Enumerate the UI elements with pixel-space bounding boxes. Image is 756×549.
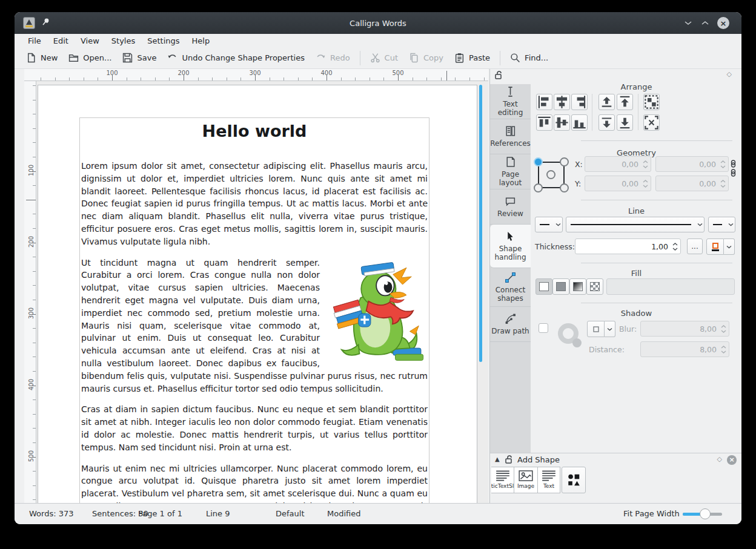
align-top-button[interactable] [536,114,552,131]
tab-review[interactable]: Review [490,189,531,225]
open-button[interactable]: Open... [63,50,117,66]
horizontal-ruler[interactable]: 100 200 300 400 500 [36,69,488,81]
bring-to-front-button[interactable] [617,94,633,110]
fill-none-button[interactable] [536,278,552,295]
anchor-top-right-dot[interactable] [560,157,569,166]
undo-button[interactable]: Undo Change Shape Properties [162,50,310,66]
zoom-mode-dropdown[interactable]: Fit Page Width [623,509,688,518]
vertical-scrollbar[interactable] [479,85,482,362]
menu-styles[interactable]: Styles [105,35,141,47]
spinner-arrows-icon[interactable] [719,325,729,333]
line-join-dropdown[interactable] [708,217,735,232]
align-hcenter-button[interactable] [554,94,570,110]
fill-gradient-button[interactable] [569,278,586,295]
pin-icon[interactable] [41,18,51,27]
y-position-spinbox[interactable]: 0,00 [585,176,651,191]
line-cap-dropdown[interactable] [535,217,563,232]
tab-shape-handling[interactable]: Shape handling [490,225,531,268]
add-shape-lock-icon[interactable] [505,455,513,464]
line-style-dropdown[interactable] [566,217,705,232]
shadow-color-splitbutton[interactable] [587,321,615,337]
align-vcenter-button[interactable] [554,114,570,131]
word-count[interactable]: Words: 373 [29,509,74,518]
shadow-angle-widget[interactable] [558,323,580,345]
docker-lock-icon[interactable] [495,71,503,80]
send-to-back-button[interactable] [617,114,633,131]
minimize-button[interactable] [682,17,694,29]
close-button[interactable]: × [717,17,729,29]
vertical-ruler[interactable]: 100 200 300 400 500 [24,81,36,503]
fill-solid-button[interactable] [552,278,569,295]
chevron-down-icon[interactable] [605,321,615,337]
tab-text-editing[interactable]: Text editing [490,84,531,119]
shape-template-text[interactable]: Text [538,467,560,493]
raise-shape-button[interactable] [598,94,615,110]
copy-button[interactable]: Copy [403,50,449,66]
align-bottom-button[interactable] [571,114,588,131]
tab-page-layout[interactable]: Page layout [490,154,531,189]
group-shapes-button[interactable] [643,94,660,110]
menu-file[interactable]: File [22,35,47,47]
paste-button[interactable]: Paste [449,50,496,66]
line-color-icon[interactable] [706,238,724,255]
fill-color-strip[interactable] [606,278,735,295]
thickness-spinbox[interactable]: 1,00 [575,238,681,254]
spinner-arrows-icon[interactable] [718,160,728,168]
spinner-arrows-icon[interactable] [641,160,651,168]
ungroup-shapes-button[interactable] [643,114,660,131]
height-spinbox[interactable]: 0,00 [655,176,729,191]
redo-button[interactable]: Redo [310,50,356,66]
docker-float-icon[interactable]: ◇ [727,70,732,78]
menu-view[interactable]: View [75,35,105,47]
zoom-slider[interactable] [683,513,722,516]
distance-spinbox[interactable]: 8,00 [640,341,729,357]
anchor-center-dot[interactable] [546,170,555,179]
menu-settings[interactable]: Settings [141,35,185,47]
anchor-bottom-right-dot[interactable] [560,183,569,192]
tab-connect-shapes[interactable]: Connect shapes [490,268,531,307]
x-position-spinbox[interactable]: 0,00 [585,156,651,172]
tab-references[interactable]: References [490,119,531,154]
collapse-triangle-icon[interactable]: ▲ [495,456,500,462]
aspect-ratio-lock[interactable] [730,160,737,177]
line-color-splitbutton[interactable] [706,238,735,255]
line-more-options-button[interactable]: ... [687,238,703,254]
anchor-top-left-dot[interactable] [534,157,543,166]
spinner-arrows-icon[interactable] [718,180,728,188]
blur-spinbox[interactable]: 8,00 [640,321,729,337]
konqi-mascot-image[interactable] [327,258,428,368]
save-button[interactable]: Save [117,50,162,66]
line-indicator[interactable]: Line 9 [206,509,230,518]
cut-button[interactable]: Cut [365,50,403,66]
lower-shape-button[interactable] [598,114,615,131]
shadow-color-icon[interactable] [587,321,605,337]
anchor-position-widget[interactable] [532,156,570,194]
find-button[interactable]: Find... [505,50,554,66]
align-left-button[interactable] [536,94,552,110]
document-page[interactable]: Hello world Lorem ipsum dolor sit amet, … [38,85,477,503]
shadow-enable-checkbox[interactable] [539,323,548,333]
menu-help[interactable]: Help [186,35,216,47]
text-frame[interactable]: Hello world Lorem ipsum dolor sit amet, … [79,117,429,503]
width-spinbox[interactable]: 0,00 [655,156,729,172]
document-canvas[interactable]: Hello world Lorem ipsum dolor sit amet, … [36,81,488,503]
add-shape-float-icon[interactable]: ◇ [717,455,722,463]
align-right-button[interactable] [571,94,588,110]
shadow-angle-knob[interactable] [572,338,582,347]
spinner-arrows-icon[interactable] [641,180,651,188]
spinner-arrows-icon[interactable] [719,346,729,353]
spinner-arrows-icon[interactable] [671,243,680,251]
shape-template-image[interactable]: Image [514,467,538,493]
maximize-button[interactable] [699,17,711,29]
menu-edit[interactable]: Edit [47,35,75,47]
new-button[interactable]: New [21,50,63,66]
tab-draw-path[interactable]: Draw path [490,307,531,342]
chevron-down-icon[interactable] [724,238,735,255]
style-indicator[interactable]: Default [276,509,305,518]
anchor-bottom-left-dot[interactable] [534,183,543,192]
zoom-slider-handle[interactable] [700,508,711,519]
shape-template-artistic-text[interactable]: ticTextSl [491,467,514,493]
shape-collections-button[interactable] [562,467,586,493]
add-shape-close-icon[interactable]: × [727,455,737,465]
page-indicator[interactable]: Page 1 of 1 [138,509,182,518]
